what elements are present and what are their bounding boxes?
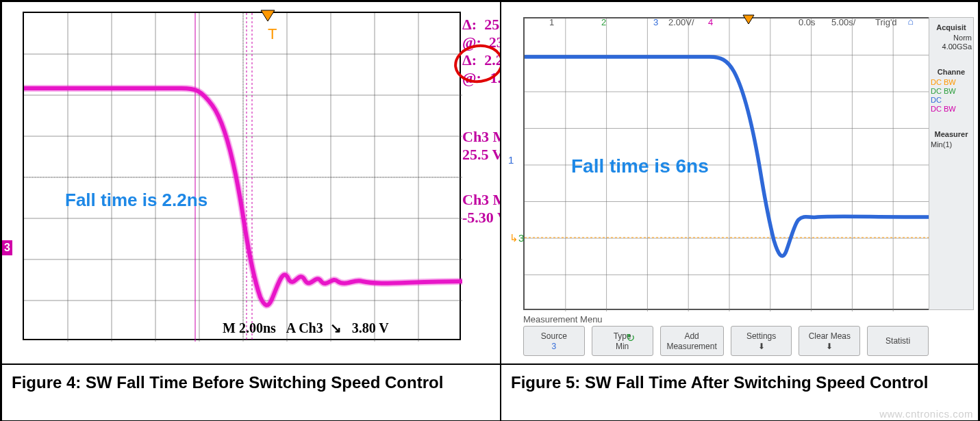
- grid-lines: [24, 13, 462, 342]
- figure-pair: 3: [0, 0, 980, 421]
- right-side-panel: Acquisit Norm 4.00GSa Channe DC BW DC BW…: [929, 17, 974, 310]
- horizontal-scale-readout: M 2.00ns A Ch3 ↘ 3.80 V: [223, 320, 389, 336]
- menu-clear-button[interactable]: Clear Meas⬇: [799, 326, 860, 356]
- figure-5-panel: 1 2 3 2.00V/ 4 0.0s 5.00s/ Trig'd ⌂: [501, 1, 979, 364]
- figure-4-panel: 3: [1, 1, 501, 364]
- measurement-menu: Measurement Menu ↻ Source3 TypeMin AddMe…: [523, 314, 929, 362]
- cursor-icon: ⌂: [908, 16, 914, 27]
- channel-3-tag-icon: 3: [2, 240, 12, 255]
- menu-source-button[interactable]: Source3: [523, 326, 585, 356]
- menu-add-button[interactable]: AddMeasurement: [660, 326, 724, 356]
- fall-time-annotation: Fall time is 6ns: [571, 155, 709, 177]
- svg-marker-21: [743, 15, 754, 24]
- trigger-marker-icon: [742, 14, 755, 25]
- menu-title: Measurement Menu: [523, 314, 929, 324]
- ground-marker-icon: ↳3: [510, 232, 524, 244]
- fall-time-annotation: Fall time is 2.2ns: [65, 190, 208, 211]
- figure-4-caption: Figure 4: SW Fall Time Before Switching …: [1, 364, 501, 421]
- trigger-t-icon: T: [268, 25, 277, 43]
- chevron-down-icon: ⬇: [826, 342, 833, 351]
- edge-icon: ↘: [330, 320, 342, 335]
- watermark-text: www.cntronics.com: [879, 408, 973, 420]
- scope-screen-after: 1 2 3 2.00V/ 4 0.0s 5.00s/ Trig'd ⌂: [523, 17, 933, 310]
- menu-settings-button[interactable]: Settings⬇: [731, 326, 792, 356]
- menu-stats-button[interactable]: Statisti: [867, 326, 929, 356]
- top-scale-readout: 1 2 3 2.00V/ 4 0.0s 5.00s/ Trig'd ⌂: [525, 17, 931, 29]
- refresh-icon[interactable]: ↻: [626, 331, 635, 344]
- cursor-readout-panel: Δ: 25.3 @: 23.0 Δ: 2.20 @: -1.48 Ch3 Ma …: [462, 16, 501, 227]
- ch1-marker-icon: 1: [508, 154, 514, 166]
- menu-type-button[interactable]: TypeMin: [592, 326, 653, 356]
- chevron-down-icon: ⬇: [758, 342, 765, 351]
- scope-screen-before: T Fall time is 2.2ns M 2.00ns A Ch3 ↘ 3.…: [23, 12, 461, 340]
- trigger-marker-icon: [260, 9, 276, 23]
